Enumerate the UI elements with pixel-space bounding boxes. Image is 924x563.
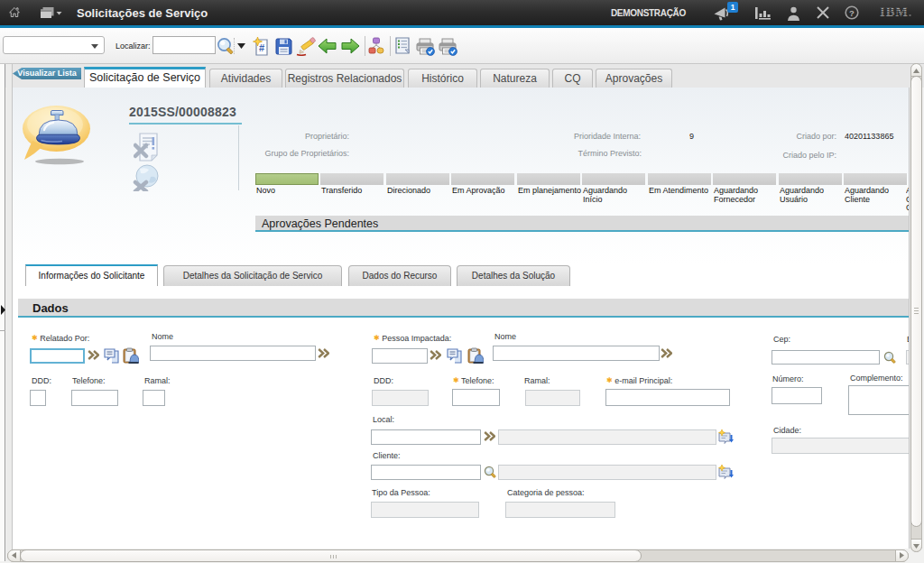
svg-text:IBM: IBM bbox=[880, 5, 908, 19]
svg-text:?: ? bbox=[849, 8, 855, 18]
svg-text:#: # bbox=[259, 42, 264, 53]
